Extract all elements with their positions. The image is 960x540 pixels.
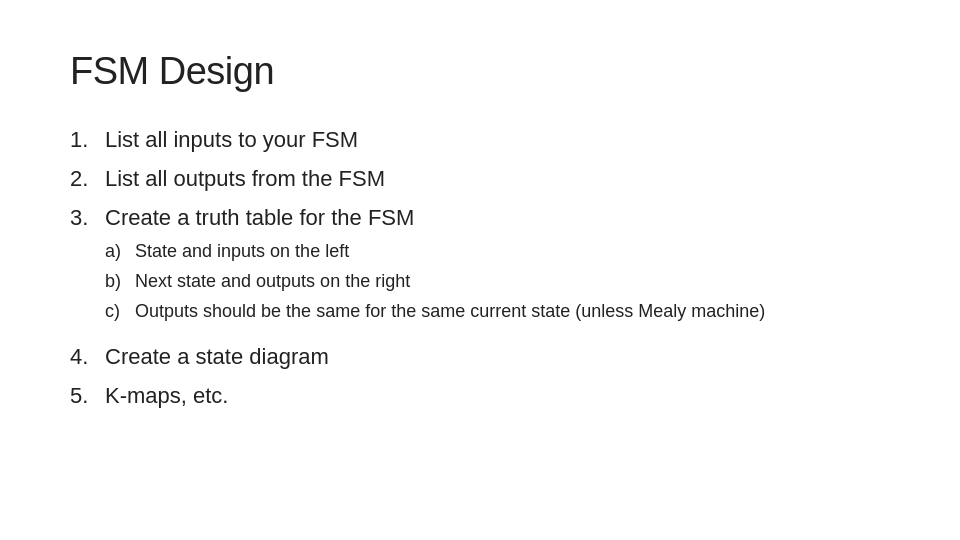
slide-title: FSM Design (70, 50, 890, 93)
list-text: K-maps, etc. (105, 379, 890, 412)
list-text: List all inputs to your FSM (105, 123, 890, 156)
sub-list-item: b) Next state and outputs on the right (105, 268, 890, 296)
list-item: 4. Create a state diagram (70, 340, 890, 373)
list-text: Create a truth table for the FSM a) Stat… (105, 201, 890, 330)
list-item: 2. List all outputs from the FSM (70, 162, 890, 195)
sub-text: State and inputs on the left (135, 238, 890, 266)
list-item: 5. K-maps, etc. (70, 379, 890, 412)
sub-label: c) (105, 298, 135, 326)
list-text: Create a state diagram (105, 340, 890, 373)
list-item: 3. Create a truth table for the FSM a) S… (70, 201, 890, 330)
list-text: List all outputs from the FSM (105, 162, 890, 195)
list-num: 2. (70, 162, 105, 195)
list-num: 5. (70, 379, 105, 412)
sub-label: a) (105, 238, 135, 266)
sub-label: b) (105, 268, 135, 296)
list-num: 1. (70, 123, 105, 156)
main-list: 1. List all inputs to your FSM 2. List a… (70, 123, 890, 418)
sub-list-item: a) State and inputs on the left (105, 238, 890, 266)
list-num: 3. (70, 201, 105, 234)
list-item: 1. List all inputs to your FSM (70, 123, 890, 156)
sub-text: Outputs should be the same for the same … (135, 298, 890, 326)
slide: FSM Design 1. List all inputs to your FS… (0, 0, 960, 540)
sub-list: a) State and inputs on the left b) Next … (105, 238, 890, 326)
sub-text: Next state and outputs on the right (135, 268, 890, 296)
list-num: 4. (70, 340, 105, 373)
sub-list-item: c) Outputs should be the same for the sa… (105, 298, 890, 326)
